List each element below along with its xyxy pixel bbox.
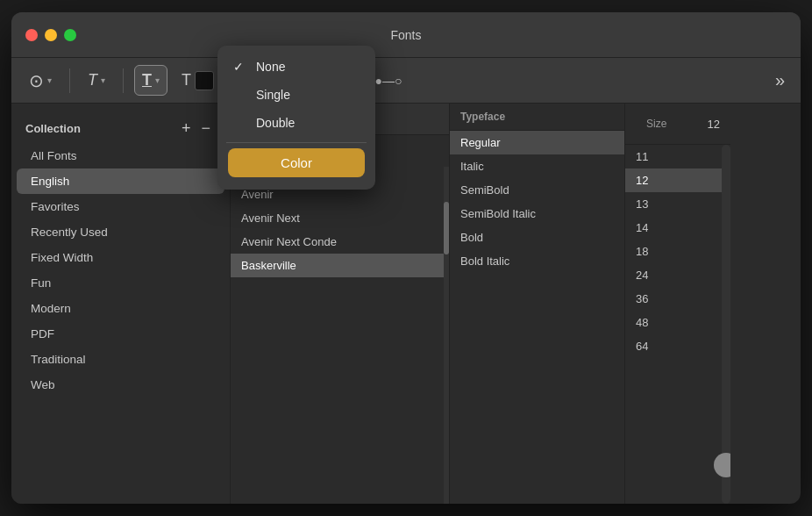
size-item-48[interactable]: 48 (625, 311, 730, 334)
sidebar-item-recently-used[interactable]: Recently Used (17, 219, 224, 245)
font-list-scrollbar[interactable] (444, 167, 449, 504)
toolbar: ⊙ ▾ T ▾ T ▾ T ◻ T (11, 58, 801, 104)
text-icon: T (88, 71, 97, 90)
dropdown-item-single[interactable]: Single (217, 81, 375, 109)
color-button[interactable]: Color (228, 148, 365, 177)
size-header: Size 12 (625, 104, 730, 145)
size-item-18[interactable]: 18 (625, 240, 730, 263)
text-format-button[interactable]: T ▾ (81, 66, 112, 95)
sidebar-item-fun[interactable]: Fun (17, 270, 224, 296)
typeface-item-bold[interactable]: Bold (450, 226, 624, 249)
more-button[interactable]: » (770, 67, 790, 94)
more-icon: » (775, 70, 785, 90)
zoom-button[interactable] (64, 29, 76, 41)
underline-icon: T (142, 71, 152, 90)
checkmark-icon: ✓ (233, 60, 247, 74)
sidebar-item-fixed-width[interactable]: Fixed Width (17, 245, 224, 270)
font-item-avenir-next[interactable]: Avenir Next (231, 206, 449, 230)
size-list[interactable]: 11 12 13 14 18 24 36 (625, 145, 730, 504)
size-item-64[interactable]: 64 (625, 334, 730, 358)
chevron-down-icon-2: ▾ (101, 75, 105, 85)
size-item-12[interactable]: 12 (625, 168, 730, 192)
typeface-item-regular[interactable]: Regular (450, 131, 624, 154)
sidebar-item-favorites[interactable]: Favorites (17, 194, 224, 219)
window-title: Fonts (25, 28, 787, 42)
collection-label: Collection (25, 122, 176, 135)
typeface-item-bold-italic[interactable]: Bold Italic (450, 249, 624, 273)
typeface-list[interactable]: Regular Italic SemiBold SemiBold Italic … (450, 131, 624, 504)
divider-2 (123, 68, 124, 93)
text-color-button[interactable]: T (175, 66, 221, 96)
divider-1 (69, 68, 70, 93)
font-item-baskerville[interactable]: Baskerville (231, 254, 449, 277)
underline-dropdown[interactable]: ✓ None Single Double Color (217, 46, 375, 190)
typeface-item-italic[interactable]: Italic (450, 154, 624, 178)
size-item-11[interactable]: 11 (625, 145, 730, 168)
size-item-24[interactable]: 24 (625, 263, 730, 287)
color-swatch (195, 71, 214, 90)
font-item-avenir-next-conde[interactable]: Avenir Next Conde (231, 230, 449, 254)
typeface-area: Typeface Regular Italic SemiBold SemiBol… (450, 104, 625, 504)
dropdown-item-none[interactable]: ✓ None (217, 53, 375, 81)
font-list-scrollbar-thumb[interactable] (444, 202, 449, 254)
titlebar: Fonts (11, 12, 801, 58)
main-content: Collection + − All Fonts English Favorit… (11, 104, 801, 504)
minimize-button[interactable] (45, 29, 57, 41)
ellipsis-button[interactable]: ⊙ ▾ (22, 65, 59, 97)
size-item-14[interactable]: 14 (625, 216, 730, 240)
sidebar-item-english[interactable]: English (17, 168, 224, 194)
sidebar: Collection + − All Fonts English Favorit… (11, 104, 231, 504)
typeface-item-semibold[interactable]: SemiBold (450, 178, 624, 202)
font-list[interactable]: Arial Rounded MT Arial Unicode MS Avenir… (231, 135, 449, 504)
sidebar-item-modern[interactable]: Modern (17, 296, 224, 321)
typeface-header: Typeface (450, 104, 624, 131)
dropdown-divider (226, 142, 367, 143)
size-header-label: Size (636, 111, 677, 137)
ellipsis-icon: ⊙ (29, 70, 44, 91)
size-current-value[interactable]: 12 (708, 118, 720, 131)
traffic-lights (25, 29, 76, 41)
size-item-36[interactable]: 36 (625, 287, 730, 311)
add-collection-button[interactable]: + (176, 118, 196, 140)
size-scrollbar-thumb[interactable] (714, 453, 730, 477)
close-button[interactable] (25, 29, 38, 41)
underline-button[interactable]: T ▾ (134, 65, 167, 96)
sidebar-item-web[interactable]: Web (17, 372, 224, 398)
size-item-13[interactable]: 13 (625, 192, 730, 216)
remove-collection-button[interactable]: − (196, 118, 216, 140)
fonts-window: Fonts ⊙ ▾ T ▾ T ▾ T ◻ (11, 12, 801, 504)
chevron-down-icon: ▾ (47, 75, 52, 85)
typeface-item-semibold-italic[interactable]: SemiBold Italic (450, 202, 624, 226)
sidebar-item-pdf[interactable]: PDF (17, 321, 224, 347)
dropdown-item-double[interactable]: Double (217, 109, 375, 137)
chevron-down-icon-3: ▾ (155, 75, 160, 85)
size-area: Size 12 11 12 13 14 18 (625, 104, 730, 504)
text-t-icon: T (182, 71, 191, 90)
sidebar-header: Collection + − (11, 111, 230, 143)
size-scrollbar[interactable] (722, 145, 730, 504)
sidebar-item-traditional[interactable]: Traditional (17, 347, 224, 372)
sidebar-item-all-fonts[interactable]: All Fonts (17, 143, 224, 168)
